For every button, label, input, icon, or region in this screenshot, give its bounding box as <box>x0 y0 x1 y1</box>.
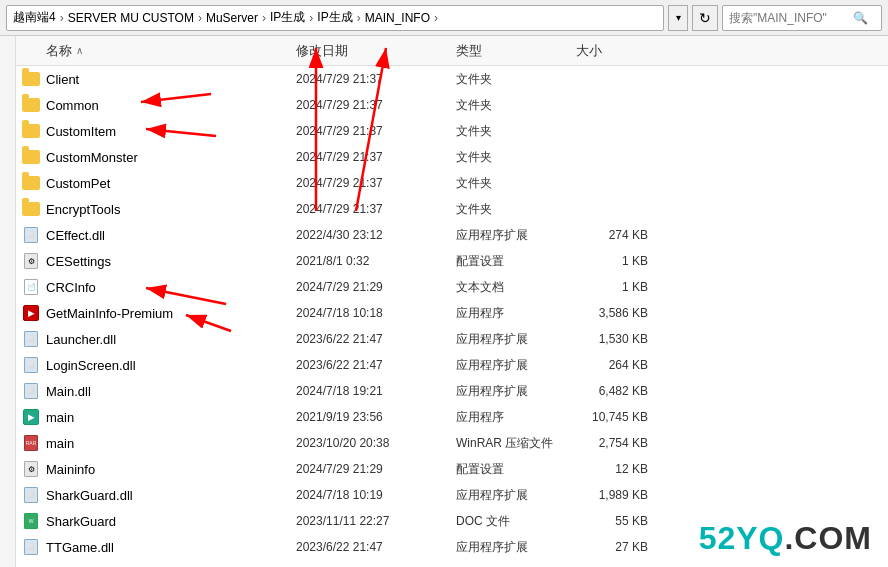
table-row[interactable]: CustomItem2024/7/29 21:37文件夹 <box>16 118 888 144</box>
file-type: 文件夹 <box>456 175 576 192</box>
address-bar: 越南端4 › SERVER MU CUSTOM › MuServer › IP生… <box>0 0 888 36</box>
file-size: 3,586 KB <box>576 306 656 320</box>
file-name: EncryptTools <box>46 202 296 217</box>
col-header-name[interactable]: 名称 ∧ <box>16 42 296 60</box>
table-row[interactable]: CustomPet2024/7/29 21:37文件夹 <box>16 170 888 196</box>
file-icon: 📄 <box>16 279 46 295</box>
table-row[interactable]: ⬜CEffect.dll2022/4/30 23:12应用程序扩展274 KB <box>16 222 888 248</box>
file-date: 2023/6/22 21:47 <box>296 332 456 346</box>
file-name: CustomMonster <box>46 150 296 165</box>
file-date: 2021/9/19 23:56 <box>296 410 456 424</box>
file-icon <box>16 150 46 164</box>
file-date: 2024/7/29 21:37 <box>296 98 456 112</box>
file-date: 2024/7/29 21:37 <box>296 72 456 86</box>
file-icon <box>16 98 46 112</box>
breadcrumb-nav[interactable]: 越南端4 › SERVER MU CUSTOM › MuServer › IP生… <box>6 5 664 31</box>
file-type: 应用程序 <box>456 409 576 426</box>
file-name: main <box>46 436 296 451</box>
file-name: CESettings <box>46 254 296 269</box>
file-type: 应用程序扩展 <box>456 539 576 556</box>
table-row[interactable]: ⬜Launcher.dll2023/6/22 21:47应用程序扩展1,530 … <box>16 326 888 352</box>
file-name: Maininfo <box>46 462 296 477</box>
file-date: 2023/6/22 21:47 <box>296 540 456 554</box>
file-name: Launcher.dll <box>46 332 296 347</box>
file-name: Client <box>46 72 296 87</box>
breadcrumb-dropdown[interactable]: ▾ <box>668 5 688 31</box>
breadcrumb-item-2[interactable]: SERVER MU CUSTOM <box>68 11 194 25</box>
table-row[interactable]: ⚙CESettings2021/8/1 0:32配置设置1 KB <box>16 248 888 274</box>
file-icon: ⬜ <box>16 383 46 399</box>
breadcrumb-item-1[interactable]: 越南端4 <box>13 9 56 26</box>
file-size: 1,530 KB <box>576 332 656 346</box>
file-icon <box>16 124 46 138</box>
breadcrumb-item-4[interactable]: IP生成 <box>270 9 305 26</box>
watermark: 52YQ.COM <box>699 520 872 557</box>
file-date: 2024/7/18 19:21 <box>296 384 456 398</box>
table-row[interactable]: Client2024/7/29 21:37文件夹 <box>16 66 888 92</box>
file-icon: ⬜ <box>16 227 46 243</box>
table-row[interactable]: ▶GetMainInfo-Premium2024/7/18 10:18应用程序3… <box>16 300 888 326</box>
table-row[interactable]: ⬜Main.dll2024/7/18 19:21应用程序扩展6,482 KB <box>16 378 888 404</box>
file-type: DOC 文件 <box>456 513 576 530</box>
file-size: 264 KB <box>576 358 656 372</box>
file-size: 1 KB <box>576 280 656 294</box>
breadcrumb-sep-2: › <box>198 11 202 25</box>
col-header-date[interactable]: 修改日期 <box>296 42 456 60</box>
search-input[interactable] <box>729 11 849 25</box>
file-date: 2024/7/29 21:29 <box>296 462 456 476</box>
table-row[interactable]: RARmain2023/10/20 20:38WinRAR 压缩文件2,754 … <box>16 430 888 456</box>
search-icon: 🔍 <box>853 11 868 25</box>
file-name: CustomPet <box>46 176 296 191</box>
file-icon: ⬜ <box>16 487 46 503</box>
table-row[interactable]: 📄CRCInfo2024/7/29 21:29文本文档1 KB <box>16 274 888 300</box>
breadcrumb-item-3[interactable]: MuServer <box>206 11 258 25</box>
file-size: 1 KB <box>576 254 656 268</box>
file-type: 应用程序扩展 <box>456 331 576 348</box>
file-name: TTGame.dll <box>46 540 296 555</box>
file-list[interactable]: Client2024/7/29 21:37文件夹 Common2024/7/29… <box>16 66 888 567</box>
table-row[interactable]: ⚙Maininfo2024/7/29 21:29配置设置12 KB <box>16 456 888 482</box>
file-size: 10,745 KB <box>576 410 656 424</box>
file-name: GetMainInfo-Premium <box>46 306 296 321</box>
file-date: 2023/10/20 20:38 <box>296 436 456 450</box>
file-icon: ⚙ <box>16 461 46 477</box>
file-type: 配置设置 <box>456 253 576 270</box>
file-icon: ⬜ <box>16 357 46 373</box>
watermark-suffix: .COM <box>784 520 872 556</box>
file-area: 名称 ∧ 修改日期 类型 大小 Client2024/7/29 21:37文件夹… <box>16 36 888 567</box>
file-date: 2024/7/29 21:37 <box>296 176 456 190</box>
file-type: 文件夹 <box>456 71 576 88</box>
file-name: Main.dll <box>46 384 296 399</box>
file-type: 配置设置 <box>456 461 576 478</box>
file-type: 文件夹 <box>456 97 576 114</box>
file-name: CEffect.dll <box>46 228 296 243</box>
search-box[interactable]: 🔍 <box>722 5 882 31</box>
refresh-button[interactable]: ↻ <box>692 5 718 31</box>
table-row[interactable]: ⬜LoginScreen.dll2023/6/22 21:47应用程序扩展264… <box>16 352 888 378</box>
table-row[interactable]: EncryptTools2024/7/29 21:37文件夹 <box>16 196 888 222</box>
col-header-size: 大小 <box>576 42 656 60</box>
col-name-label: 名称 <box>46 42 72 60</box>
file-name: SharkGuard.dll <box>46 488 296 503</box>
file-type: 文本文档 <box>456 279 576 296</box>
breadcrumb-sep-6: › <box>434 11 438 25</box>
file-date: 2024/7/29 21:37 <box>296 150 456 164</box>
file-name: LoginScreen.dll <box>46 358 296 373</box>
file-date: 2021/8/1 0:32 <box>296 254 456 268</box>
file-icon: W <box>16 513 46 529</box>
file-date: 2024/7/18 10:18 <box>296 306 456 320</box>
file-date: 2024/7/29 21:29 <box>296 280 456 294</box>
breadcrumb-sep-5: › <box>357 11 361 25</box>
file-type: 应用程序扩展 <box>456 227 576 244</box>
file-name: CRCInfo <box>46 280 296 295</box>
table-row[interactable]: ▶main2021/9/19 23:56应用程序10,745 KB <box>16 404 888 430</box>
breadcrumb-item-6[interactable]: MAIN_INFO <box>365 11 430 25</box>
file-name: Common <box>46 98 296 113</box>
file-size: 6,482 KB <box>576 384 656 398</box>
breadcrumb-item-5[interactable]: IP生成 <box>317 9 352 26</box>
file-type: 应用程序扩展 <box>456 383 576 400</box>
table-row[interactable]: Common2024/7/29 21:37文件夹 <box>16 92 888 118</box>
table-row[interactable]: ⬜SharkGuard.dll2024/7/18 10:19应用程序扩展1,98… <box>16 482 888 508</box>
table-row[interactable]: CustomMonster2024/7/29 21:37文件夹 <box>16 144 888 170</box>
file-type: 应用程序扩展 <box>456 357 576 374</box>
